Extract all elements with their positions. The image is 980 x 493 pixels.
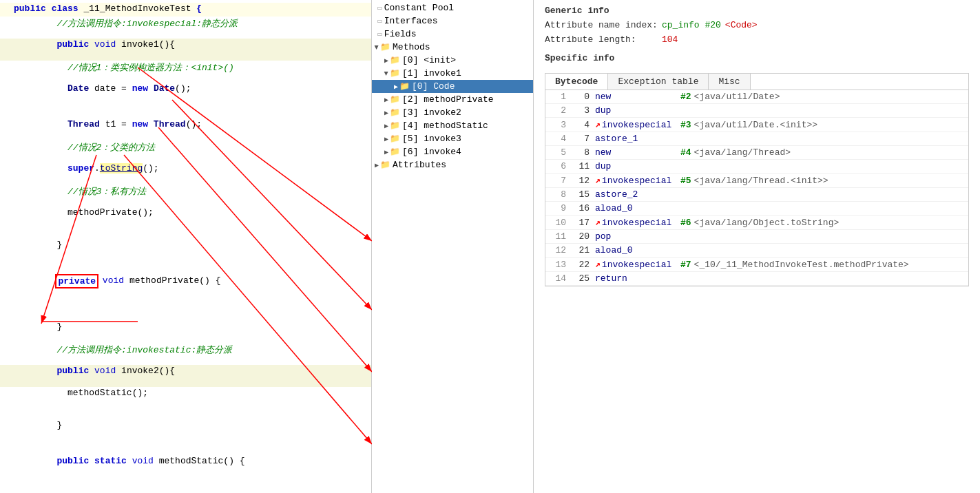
type-thread2: Thread [154,119,186,129]
folder-icon-iface: ▭ [377,17,382,25]
code-line-15 [0,297,371,311]
bc-linenum: 7 [551,176,566,186]
code-line-19: methodStatic(); [0,387,371,409]
bc-instr: astore_2 [595,189,678,200]
kw-class: class [52,3,79,14]
bc-linenum: 11 [551,231,566,242]
arrow-methodstatic: ▶ [384,122,388,130]
bc-offset: 15 [570,189,590,200]
bytecode-row: 34↗invokespecial#3<java/util/Date.<init>… [545,118,968,132]
bytecode-row: 815astore_2 [545,188,968,202]
tree-item-methodstatic[interactable]: ▶ 📁 [4] methodStatic [372,119,533,132]
tree-item-constant-pool[interactable]: ▭ Constant Pool [372,1,533,14]
tree-label-cp: Constant Pool [384,3,454,13]
bc-offset: 8 [570,147,590,158]
bc-linenum: 5 [551,147,566,158]
kw-super: super [67,163,94,174]
call-methodstatic: methodStatic [67,388,132,398]
bc-offset: 25 [570,273,590,284]
code-line-2: //方法调用指令:invokespecial:静态分派 [0,17,371,39]
bc-linenum: 14 [551,273,566,284]
arrow-methodprivate: ▶ [384,96,388,104]
bc-linenum: 10 [551,218,566,228]
comment-2: //方法调用指令:invokespecial:静态分派 [56,17,238,30]
bytecode-rows: 10new#2<java/util/Date>23dup34↗invokespe… [545,90,968,286]
brace-open: { [196,3,202,14]
tabs-bar: Bytecode Exception table Misc [545,73,969,90]
attribute-name-code[interactable]: <Code> [725,20,758,30]
code-line-5: Date date = new Date(); [0,83,371,105]
tab-misc[interactable]: Misc [709,74,750,90]
tree-item-code[interactable]: ▶ 📁 [0] Code [372,80,533,93]
folder-icon-cp: ▭ [377,3,382,12]
tree-item-invoke1[interactable]: ▶ 📁 [1] invoke1 [372,67,533,80]
tree-item-invoke4[interactable]: ▶ 📁 [6] invoke4 [372,145,533,158]
bc-instr: ↗invokespecial [595,119,678,130]
bc-instr: astore_1 [595,134,678,144]
bc-instr: new [595,92,678,102]
tree-item-methodprivate[interactable]: ▶ 📁 [2] methodPrivate [372,93,533,106]
arrow-attributes: ▶ [375,161,379,169]
bc-ref: #4 [680,147,691,158]
arrow-code: ▶ [394,83,398,91]
code-line-9: super.toString(); [0,162,371,185]
tree-item-invoke2[interactable]: ▶ 📁 [3] invoke2 [372,106,533,119]
bc-offset: 3 [570,105,590,116]
code-line-13 [0,261,371,275]
bc-offset: 0 [570,92,590,102]
bc-instr: ↗invokespecial [595,175,678,186]
bc-instr: aload_0 [595,203,678,213]
tree-label-fields: Fields [384,29,417,39]
comment-8: //情况2：父类的方法 [67,141,155,154]
tree-item-invoke3[interactable]: ▶ 📁 [5] invoke3 [372,132,533,145]
folder-icon-methodprivate: 📁 [390,94,400,105]
arrow-invoke2: ▶ [384,109,388,117]
kw-public-22: public [56,456,89,466]
folder-icon-invoke2: 📁 [390,107,400,118]
tree-item-fields[interactable]: ▭ Fields [372,28,533,41]
bc-ref: #7 [680,260,691,270]
code-line-10: //情况3：私有方法 [0,185,371,207]
code-line-11: methodPrivate(); [0,207,371,229]
code-line-7: Thread t1 = new Thread(); [0,118,371,140]
bc-instr: dup [595,161,678,171]
tree-item-init[interactable]: ▶ 📁 [0] <init> [372,54,533,67]
bytecode-container: 10new#2<java/util/Date>23dup34↗invokespe… [545,90,969,286]
code-line-8: //情况2：父类的方法 [0,140,371,162]
tab-exception-table[interactable]: Exception table [608,74,709,90]
bc-instr: ↗invokespecial [595,259,678,270]
bytecode-row: 1120pop [545,230,968,244]
bc-desc: <java/lang/Thread.<init>> [694,176,828,186]
bytecode-row: 10new#2<java/util/Date> [545,90,968,104]
code-line-6 [0,105,371,118]
code-line-12: } [0,229,371,261]
tree-item-methods[interactable]: ▶ 📁 Methods [372,41,533,54]
red-arrow-icon: ↗ [595,260,601,270]
attribute-name-value[interactable]: cp_info #20 [662,20,721,30]
tab-bytecode[interactable]: Bytecode [545,74,608,90]
tree-label-invoke3: [5] invoke3 [402,134,461,144]
attribute-name-row: Attribute name index: cp_info #20 <Code> [545,20,969,30]
tree-label-invoke1: [1] invoke1 [402,68,461,78]
bc-desc: <java/util/Date> [694,92,780,102]
bc-desc: <java/lang/Object.toString> [694,218,840,228]
kw-void-14: void [103,275,124,286]
tree-panel: ▭ Constant Pool ▭ Interfaces ▭ Fields ▶ … [372,0,534,493]
kw-void-3: void [94,39,116,50]
bc-linenum: 8 [551,189,566,200]
kw-public-3: public [56,39,89,50]
bytecode-row: 58new#4<java/lang/Thread> [545,146,968,160]
bc-instr: return [595,273,678,284]
bytecode-row: 1017↗invokespecial#6<java/lang/Object.to… [545,216,968,230]
bytecode-row: 1322↗invokespecial#7<_10/_11_MethodInvok… [545,258,968,272]
tree-label-iface: Interfaces [384,16,438,26]
kw-void-22: void [132,456,154,466]
folder-icon-attributes: 📁 [380,160,390,170]
tree-item-attributes[interactable]: ▶ 📁 Attributes [372,158,533,171]
tree-label-code: [0] Code [412,81,455,92]
bc-linenum: 12 [551,245,566,255]
code-line-18: public void invoke2(){ [0,365,371,387]
tree-item-interfaces[interactable]: ▭ Interfaces [372,14,533,28]
method-invoke2: invoke2(){ [121,366,175,376]
code-line-3: public void invoke1(){ [0,39,371,61]
